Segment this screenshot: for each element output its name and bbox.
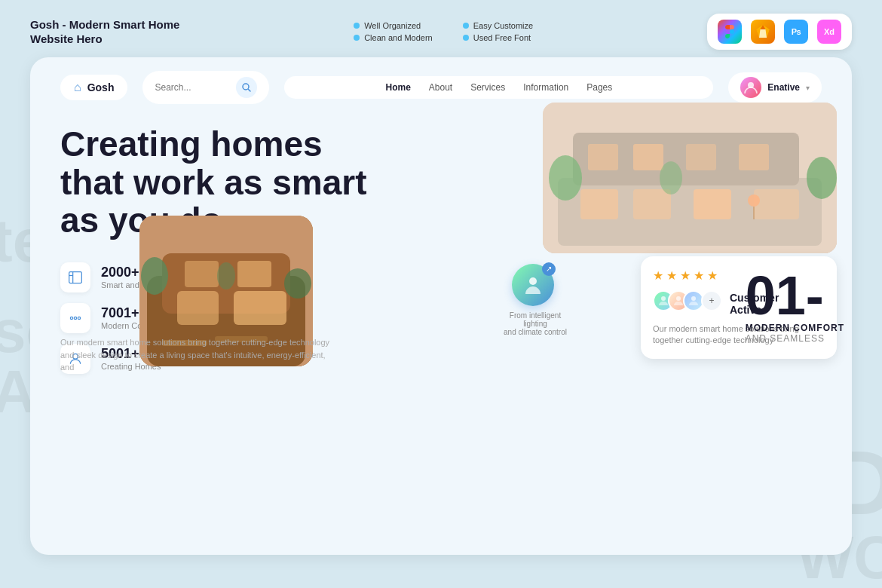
nav-pages[interactable]: Pages [586, 82, 612, 93]
nav-home[interactable]: Home [385, 82, 410, 93]
svg-point-34 [284, 268, 311, 299]
svg-point-7 [70, 317, 72, 319]
arrow-icon: ↗ [542, 262, 556, 276]
svg-rect-17 [588, 144, 618, 170]
svg-point-33 [141, 257, 168, 295]
search-bar[interactable] [142, 71, 269, 104]
feature-well-organized: Well Organized [354, 21, 433, 30]
svg-point-35 [217, 262, 235, 289]
svg-point-22 [807, 157, 837, 199]
dot-icon [354, 23, 360, 29]
stat-icon-2 [60, 303, 90, 333]
svg-point-21 [549, 155, 582, 201]
svg-point-39 [676, 296, 681, 301]
svg-point-41 [529, 277, 537, 285]
side-number-block: 01- MODERN COMFORT AND SEAMLESS [746, 268, 844, 344]
xd-icon: Xd [817, 20, 841, 44]
svg-point-6 [74, 317, 76, 319]
stat-icon-1 [60, 262, 90, 292]
feature-clean-modern: Clean and Modern [354, 33, 433, 42]
reviewer-more: + [701, 290, 722, 311]
star-5: ★ [707, 268, 718, 283]
figma-icon [718, 20, 742, 44]
photoshop-icon: Ps [784, 20, 808, 44]
dot-icon [354, 35, 360, 41]
feature-easy-customize: Easy Customize [463, 21, 533, 30]
big-number: 01- [746, 268, 844, 323]
svg-point-8 [78, 317, 80, 319]
user-avatar [740, 77, 761, 98]
svg-rect-16 [754, 189, 799, 219]
hero-content: Creating homes that work as smart as you… [30, 118, 852, 389]
features-col-1: Well Organized Clean and Modern [354, 21, 433, 42]
svg-rect-15 [694, 189, 731, 219]
dot-icon [463, 23, 469, 29]
hero-image-top [543, 103, 837, 253]
review-avatars: + [653, 290, 722, 311]
svg-rect-14 [633, 189, 671, 219]
svg-line-1 [249, 90, 251, 92]
nav-information[interactable]: Information [523, 82, 568, 93]
nav-about[interactable]: About [429, 82, 452, 93]
number-label-1: MODERN COMFORT [746, 323, 844, 333]
nav-links: Home About Services Information Pages [284, 76, 713, 99]
svg-rect-19 [686, 144, 716, 170]
house-illustration-top [543, 103, 837, 253]
svg-point-38 [661, 296, 666, 301]
features-col-2: Easy Customize Used Free Font [463, 21, 533, 42]
feature-free-font: Used Free Font [463, 33, 533, 42]
svg-rect-20 [739, 144, 769, 170]
logo-text: Gosh [87, 81, 115, 93]
sketch-icon [751, 20, 775, 44]
svg-rect-32 [237, 261, 271, 287]
main-card: ⌂ Gosh Home About Services Information P… [30, 57, 852, 555]
user-name: Enative [767, 82, 800, 93]
star-1: ★ [653, 268, 663, 283]
star-2: ★ [666, 268, 677, 283]
svg-rect-3 [69, 271, 82, 283]
meta-title: Gosh - Modern Smart Home Website Hero [30, 17, 179, 47]
meta-bar: Gosh - Modern Smart Home Website Hero We… [0, 0, 882, 57]
star-3: ★ [680, 268, 691, 283]
floating-person-icon: ↗ [512, 264, 554, 306]
svg-rect-29 [177, 291, 219, 325]
tool-icons: Ps Xd [707, 14, 852, 50]
meta-features: Well Organized Clean and Modern Easy Cus… [354, 21, 533, 42]
number-label-2: AND SEAMLESS [746, 333, 844, 344]
svg-point-40 [691, 296, 696, 301]
svg-rect-30 [234, 291, 286, 325]
svg-rect-13 [580, 189, 618, 219]
floating-caption: From intelligent lighting and climate co… [498, 311, 573, 336]
user-area[interactable]: Enative ▾ [728, 72, 822, 103]
svg-rect-31 [185, 261, 219, 287]
home-icon: ⌂ [74, 81, 81, 94]
bottom-description: Our modern smart home solutions bring to… [60, 336, 332, 374]
search-button[interactable] [236, 77, 257, 98]
chevron-down-icon: ▾ [806, 84, 810, 92]
svg-rect-18 [633, 144, 663, 170]
svg-point-24 [748, 194, 760, 207]
nav-services[interactable]: Services [470, 82, 505, 93]
logo-area[interactable]: ⌂ Gosh [60, 75, 127, 100]
svg-point-23 [660, 161, 682, 194]
svg-point-0 [243, 84, 249, 90]
star-4: ★ [694, 268, 704, 283]
search-input[interactable] [155, 82, 230, 93]
dot-icon [463, 35, 469, 41]
